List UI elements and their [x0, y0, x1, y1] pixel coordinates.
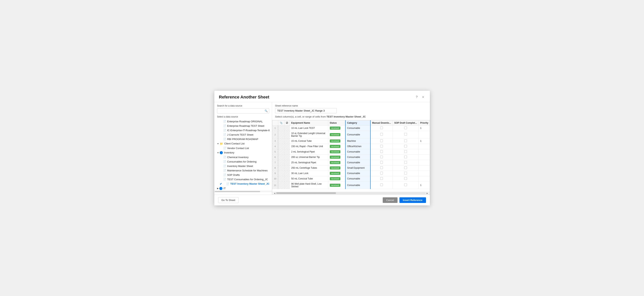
- goto-sheet-button[interactable]: Go To Sheet: [218, 197, 238, 203]
- checkbox-sop[interactable]: [404, 156, 407, 158]
- cancel-button[interactable]: Cancel: [383, 197, 397, 203]
- col-header-sop[interactable]: SOP Draft Complet...: [393, 120, 419, 126]
- checkbox-sop[interactable]: [404, 150, 407, 153]
- checkbox-manual[interactable]: [380, 156, 383, 158]
- checkbox-manual[interactable]: [380, 150, 383, 153]
- sheet-icon: 📄: [223, 169, 226, 172]
- cell-manual: [370, 149, 393, 154]
- tree-item-enterprise-roadmap-orig[interactable]: 📄Enterprise Roadmap ORIGINAL: [214, 119, 272, 124]
- cell-sop: [393, 149, 419, 154]
- tree-item-chemical-inventory[interactable]: 📄Chemical Inventory: [214, 155, 272, 160]
- table-row[interactable]: 5 2 mL Seriological Pipet received Consu…: [272, 149, 430, 154]
- grid-wrapper[interactable]: 📎 ☑ Equipment Name Status Category Manua…: [272, 120, 430, 192]
- checkbox-sop[interactable]: [404, 133, 407, 136]
- cell-eq-name: 10 uL Extended Length Universal Barrier …: [290, 131, 328, 138]
- tree-hscroll: [214, 191, 272, 192]
- checkbox-sop[interactable]: [404, 166, 407, 169]
- tree-item-label: J Ciarrochi TEST Sheet: [227, 133, 254, 136]
- table-row[interactable]: 3 15 mL Conical Tube received Machine 1 …: [272, 138, 430, 144]
- tree-container[interactable]: 📄Enterprise Roadmap ORIGINAL📄Enterprise …: [214, 119, 272, 191]
- close-button[interactable]: ×: [421, 95, 425, 99]
- cell-priority: 1: [418, 126, 430, 131]
- table-row[interactable]: 4 150 mL Rapid - Flow Filter Unit receiv…: [272, 144, 430, 149]
- checkbox-manual[interactable]: [380, 184, 383, 186]
- checkbox-manual[interactable]: [380, 177, 383, 180]
- sheet-icon: 📄: [223, 178, 226, 180]
- table-row[interactable]: 11 96 Well plate Hard-Shell, Low Skirted…: [272, 181, 430, 189]
- table-row[interactable]: 9 30 mL Luer Lock received Consumable 1 …: [272, 170, 430, 176]
- cell-row-num: 10: [272, 176, 278, 181]
- cell-check: [284, 160, 290, 165]
- tree-item-inventory-group[interactable]: ▼👥Inventory: [214, 150, 272, 155]
- checkbox-manual[interactable]: [380, 126, 383, 129]
- tree-item-label: Maintenance Schedule for Machines: [227, 169, 268, 172]
- cell-status: received: [328, 181, 346, 189]
- tree-item-ic-enterprise[interactable]: 📄IC-Enterprise-IT-Roadmap-Template-8: [214, 128, 272, 132]
- tree-item-client-contact-list[interactable]: ▼📁Client Contact List: [214, 141, 272, 146]
- grid-scroll-left[interactable]: ◀: [273, 192, 276, 194]
- checkbox-manual[interactable]: [380, 166, 383, 169]
- cell-row-num: 3: [272, 138, 278, 144]
- table-row[interactable]: 8 250 mL Centrifuge Tubes received Small…: [272, 165, 430, 170]
- status-badge: received: [330, 133, 340, 136]
- col-header-manual[interactable]: Manual Downlo...: [370, 120, 393, 126]
- insert-reference-button[interactable]: Insert Reference: [400, 197, 426, 203]
- tree-item-maintenance-schedule[interactable]: 📄Maintenance Schedule for Machines: [214, 168, 272, 173]
- tree-item-inventory-master[interactable]: 📄Inventory Master Sheet: [214, 164, 272, 168]
- cell-attach: [278, 170, 284, 176]
- checkbox-manual[interactable]: [380, 172, 383, 174]
- table-row[interactable]: 2 10 uL Extended Length Universal Barrie…: [272, 131, 430, 138]
- cell-manual: [370, 154, 393, 160]
- check-icon: ✔: [220, 182, 222, 186]
- checkbox-sop[interactable]: [404, 145, 407, 148]
- grid-scroll-right[interactable]: ▶: [426, 192, 429, 194]
- cell-sop: [393, 144, 419, 149]
- checkbox-manual[interactable]: [380, 140, 383, 142]
- checkbox-manual[interactable]: [380, 161, 383, 164]
- cell-attach: [278, 144, 284, 149]
- cell-category: Consumable: [346, 131, 370, 138]
- sheet-icon: 📄: [226, 182, 229, 185]
- cell-eq-name: 200 uL Universal Barrier Tip: [290, 154, 328, 160]
- tree-item-test-inventory-master[interactable]: ✔📄TEST Inventory Master Sheet_JC: [214, 182, 272, 186]
- table-row[interactable]: 1 10 mL Luer Lock TEST received Consumab…: [272, 126, 430, 131]
- checkbox-sop[interactable]: [404, 140, 407, 142]
- checkbox-sop[interactable]: [404, 184, 407, 186]
- tree-item-enterprise-roadmap-test[interactable]: 📄Enterprise Roadmap TEST Sheet: [214, 124, 272, 128]
- tree-item-test-consumables[interactable]: 📄TEST Consumables for Ordering_JC: [214, 177, 272, 182]
- checkbox-manual[interactable]: [380, 145, 383, 148]
- cell-eq-name: 30 mL Luer Lock: [290, 170, 328, 176]
- cell-check: [284, 165, 290, 170]
- checkbox-sop[interactable]: [404, 177, 407, 180]
- tree-item-it-group[interactable]: ▶👥IT: [214, 186, 272, 191]
- col-header-status[interactable]: Status: [328, 120, 346, 126]
- help-button[interactable]: ?: [415, 95, 419, 99]
- check-icon: ☑: [286, 122, 288, 124]
- tree-item-rbi-program[interactable]: 📄RBI PROGRAM ROADMAP: [214, 137, 272, 141]
- table-row[interactable]: 6 200 uL Universal Barrier Tip received …: [272, 154, 430, 160]
- checkbox-sop[interactable]: [404, 126, 407, 129]
- checkbox-sop[interactable]: [404, 172, 407, 174]
- tree-item-label: IT: [224, 187, 226, 190]
- col-header-category[interactable]: Category: [346, 120, 370, 126]
- tree-item-consumables-ordering[interactable]: 📄Consumables for Ordering: [214, 160, 272, 164]
- ref-name-input[interactable]: [275, 108, 337, 113]
- status-badge: received: [330, 145, 340, 148]
- tree-item-j-ciarrochi[interactable]: 📄J Ciarrochi TEST Sheet: [214, 132, 272, 137]
- cell-manual: [370, 181, 393, 189]
- table-row[interactable]: 7 25 mL Seriological Pipet received Cons…: [272, 160, 430, 165]
- table-row[interactable]: 10 50 mL Concical Tube received Consumab…: [272, 176, 430, 181]
- tree-item-vendor-contact-list[interactable]: 📄Vendor Contact List: [214, 146, 272, 150]
- tree-item-label: Inventory: [224, 151, 234, 154]
- col-header-eq-name[interactable]: Equipment Name: [290, 120, 328, 126]
- dialog-footer: Go To Sheet Cancel Insert Reference: [214, 195, 430, 206]
- col-header-priority[interactable]: Priority: [418, 120, 430, 126]
- cell-sop: [393, 176, 419, 181]
- search-input[interactable]: [217, 108, 269, 114]
- checkbox-manual[interactable]: [380, 133, 383, 136]
- tree-item-sop-drafts[interactable]: 📄SOP Drafts: [214, 173, 272, 177]
- select-hint-prefix: Select column(s), a cell, or range of ce…: [275, 115, 326, 118]
- cell-row-num: 6: [272, 154, 278, 160]
- checkbox-sop[interactable]: [404, 161, 407, 164]
- sheet-icon: 📄: [223, 133, 226, 136]
